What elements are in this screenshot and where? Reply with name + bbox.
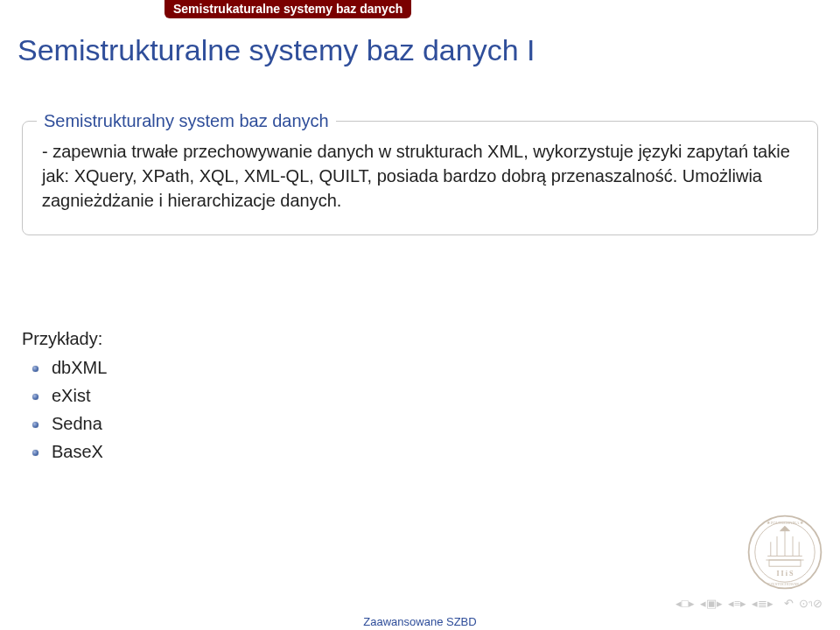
nav-frame-icon[interactable]: ◂▣▸ [700,597,723,611]
nav-subsection-icon[interactable]: ◂≡▸ [728,597,746,611]
block-title: Semistrukturalny system baz danych [37,111,336,131]
institution-logo: ★ POLITECHNIKA ★ CZĘSTOCHOWSKA I I i S [746,513,824,592]
nav-section-icon[interactable]: ◂≣▸ [752,597,774,611]
footline-title: Zaawansowane SZBD [363,615,476,628]
svg-text:I I i S: I I i S [776,570,794,578]
svg-text:CZĘSTOCHOWSKA: CZĘSTOCHOWSKA [767,582,802,586]
list-item: BaseX [52,442,818,462]
definition-block: Semistrukturalny system baz danych - zap… [22,121,818,235]
block-body: - zapewnia trwałe przechowywanie danych … [42,139,798,213]
section-tab: Semistrukaturalne systemy baz danych [164,0,411,18]
list-item: dbXML [52,358,818,378]
examples-section: Przykłady: dbXML eXist Sedna BaseX [22,329,818,470]
footline: Zaawansowane SZBD [0,612,840,630]
nav-slide-icon[interactable]: ◂□▸ [676,597,695,611]
svg-rect-2 [769,560,801,566]
list-item: Sedna [52,414,818,434]
nav-back-forward-icon[interactable]: ↶ [784,597,794,611]
nav-symbols[interactable]: ◂□▸ ◂▣▸ ◂≡▸ ◂≣▸ ↶ ⊙૧⊘ [674,597,824,611]
slide-title: Semistrukturalne systemy baz danych I [18,33,535,67]
nav-search-icon[interactable]: ⊙૧⊘ [799,597,822,611]
svg-text:★ POLITECHNIKA ★: ★ POLITECHNIKA ★ [766,521,805,525]
list-item: eXist [52,386,818,406]
examples-title: Przykłady: [22,329,818,349]
